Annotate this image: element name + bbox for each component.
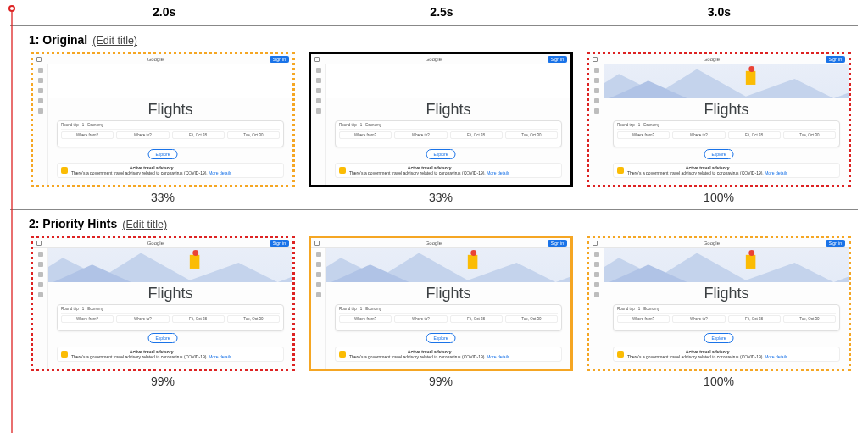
time-label-0: 2.0s — [25, 5, 303, 19]
sidebar — [33, 64, 48, 185]
row2-frame-1[interactable]: GoogleSign in Flights Round trip1Economy… — [309, 236, 573, 371]
signin-button: Sign in — [826, 240, 845, 247]
warning-icon — [617, 351, 624, 358]
advisory-body: There's a government travel advisory rel… — [627, 354, 764, 359]
sidebar-item — [594, 78, 599, 83]
row1-frame-1[interactable]: Google Sign in Flights Round trip1Econom… — [309, 52, 573, 187]
from-field: Where from? — [617, 131, 670, 139]
page-title: Flights — [604, 285, 849, 303]
date1-field: Fri, Oct 28 — [450, 131, 503, 139]
persons: 1 — [638, 123, 641, 127]
signin-button: Sign in — [826, 56, 845, 63]
row2-frame-0[interactable]: GoogleSign in Flights Round trip1Economy… — [31, 236, 295, 371]
date2-field: Tue, Oct 30 — [227, 131, 280, 139]
svg-point-3 — [748, 66, 754, 72]
warning-icon — [61, 167, 68, 174]
cabin: Economy — [365, 123, 381, 127]
sidebar-item — [38, 98, 43, 103]
explore-button: Explore — [148, 333, 178, 343]
sidebar-item — [316, 108, 321, 114]
signin-button: Sign in — [270, 240, 289, 247]
row1-cell-1: Google Sign in Flights Round trip1Econom… — [309, 52, 573, 204]
sidebar-item — [316, 68, 321, 73]
cabin: Economy — [643, 307, 659, 311]
mountain-illustration-icon — [48, 248, 292, 282]
advisory-banner: Active travel advisory There's a governm… — [57, 163, 284, 178]
logo-text: Google — [147, 57, 164, 62]
sidebar-item — [594, 262, 599, 267]
hero-image — [326, 248, 570, 282]
date2-field: Tue, Oct 30 — [505, 131, 558, 139]
to-field: Where to? — [672, 315, 725, 323]
explore-button: Explore — [704, 333, 734, 343]
row1-percent-0: 33% — [31, 187, 295, 204]
sidebar-item — [38, 108, 43, 114]
hero-image — [48, 248, 292, 282]
form-row-fields: Where from? Where to? Fri, Oct 28 Tue, O… — [61, 130, 280, 139]
sidebar-item — [594, 292, 599, 297]
from-field: Where from? — [617, 315, 670, 323]
row2-percent-1: 99% — [309, 371, 573, 388]
svg-point-7 — [192, 250, 198, 256]
svg-rect-2 — [746, 71, 756, 85]
to-field: Where to? — [672, 131, 725, 139]
sidebar-item — [316, 88, 321, 93]
advisory-text: Active travel advisory There's a governm… — [71, 165, 231, 175]
logo-text: Google — [704, 241, 720, 246]
row2-percent-2: 100% — [587, 371, 851, 388]
svg-rect-14 — [746, 255, 756, 269]
row1-frames: Google Sign in Flights Round trip 1 — [10, 52, 858, 204]
from-field: Where from? — [339, 131, 392, 139]
row1-frame-0[interactable]: Google Sign in Flights Round trip 1 — [31, 52, 295, 187]
sidebar-item — [316, 292, 321, 297]
signin-button: Sign in — [270, 56, 289, 63]
sidebar-item — [38, 272, 43, 277]
row1-cell-2: GoogleSign in Flights Round trip1Economy… — [587, 52, 851, 204]
time-label-2: 3.0s — [581, 5, 858, 19]
sidebar-item — [316, 282, 321, 287]
row2-cell-1: GoogleSign in Flights Round trip1Economy… — [309, 236, 573, 388]
signin-button: Sign in — [548, 240, 567, 247]
page-title: Flights — [48, 101, 292, 119]
cabin: Economy — [365, 307, 381, 311]
svg-rect-10 — [468, 255, 478, 269]
row1-edit-title-link[interactable]: (Edit title) — [92, 35, 137, 47]
row1-frame-2[interactable]: GoogleSign in Flights Round trip1Economy… — [587, 52, 851, 187]
persons: 1 — [82, 307, 85, 311]
row1-percent-1: 33% — [309, 187, 573, 204]
sidebar-item — [316, 78, 321, 83]
date1-field: Fri, Oct 28 — [728, 131, 781, 139]
persons: 1 — [82, 123, 85, 127]
search-form: Round trip1Economy Where from?Where to?F… — [335, 120, 562, 147]
sidebar-item — [38, 262, 43, 267]
explore-button: Explore — [704, 149, 734, 159]
cabin: Economy — [87, 307, 103, 311]
row2-frame-2[interactable]: GoogleSign in Flights Round trip1Economy… — [587, 236, 851, 371]
row1-cell-0: Google Sign in Flights Round trip 1 — [31, 52, 295, 204]
warning-icon — [339, 167, 346, 174]
sidebar-item — [38, 68, 43, 73]
row2-frames: GoogleSign in Flights Round trip1Economy… — [10, 236, 858, 388]
page-title: Flights — [604, 101, 849, 119]
warning-icon — [617, 167, 624, 174]
row2-edit-title-link[interactable]: (Edit title) — [122, 219, 167, 230]
date2-field: Tue, Oct 30 — [227, 315, 280, 323]
sidebar — [311, 64, 326, 185]
sidebar-item — [594, 272, 599, 277]
date2-field: Tue, Oct 30 — [783, 315, 836, 323]
cabin: Economy — [87, 123, 103, 127]
advisory-body: There's a government travel advisory rel… — [349, 354, 486, 359]
sidebar-item — [38, 78, 43, 83]
gflight-thumb: Google Sign in Flights Round trip1Econom… — [311, 54, 570, 185]
row2-percent-0: 99% — [31, 371, 295, 388]
svg-point-15 — [748, 250, 754, 256]
explore-button: Explore — [426, 149, 456, 159]
row1-percent-2: 100% — [587, 187, 851, 204]
page-title: Flights — [326, 285, 570, 303]
sidebar-item — [38, 282, 43, 287]
to-field: Where to? — [394, 315, 447, 323]
timeline-vertical-line — [11, 12, 13, 433]
logo-text: Google — [147, 241, 164, 246]
row2-cell-0: GoogleSign in Flights Round trip1Economy… — [31, 236, 295, 388]
date1-field: Fri, Oct 28 — [172, 315, 225, 323]
